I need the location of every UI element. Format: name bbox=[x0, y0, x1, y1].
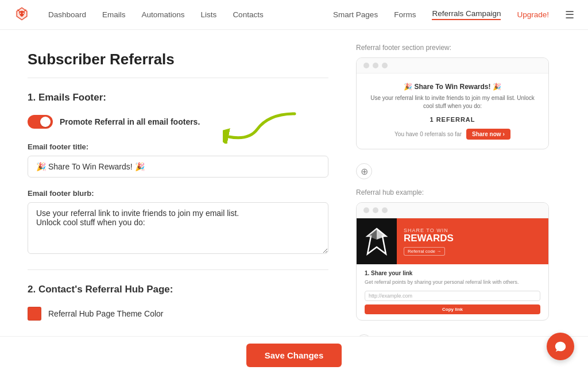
dot-3 bbox=[382, 63, 388, 68]
page-title: Subscriber Referrals bbox=[28, 51, 328, 68]
section-divider bbox=[28, 269, 328, 270]
arrow-indicator bbox=[223, 109, 297, 145]
section1-heading: 1. Emails Footer: bbox=[28, 92, 328, 103]
hub-dot-3 bbox=[382, 207, 388, 213]
hub-preview-body: SHARE TO WIN REWARDS Referral code → 1. … bbox=[357, 218, 548, 320]
hub-step-sub: Get referral points by sharing your pers… bbox=[365, 279, 540, 286]
nav-automations[interactable]: Automations bbox=[142, 10, 185, 19]
hub-step-title: 1. Share your link bbox=[365, 270, 540, 276]
hub-banner-logo bbox=[357, 218, 397, 264]
color-label: Referral Hub Page Theme Color bbox=[48, 309, 164, 318]
hub-banner-text: SHARE TO WIN REWARDS Referral code → bbox=[397, 218, 548, 264]
title-divider bbox=[28, 78, 328, 78]
nav-dashboard[interactable]: Dashboard bbox=[48, 10, 86, 19]
right-panel: Referral footer section preview: 🎉 Share… bbox=[356, 30, 563, 374]
nav-referrals-campaign[interactable]: Referrals Campaign bbox=[432, 9, 501, 20]
nav-smart-pages[interactable]: Smart Pages bbox=[333, 10, 378, 19]
footer-preview-body: 🎉 Share To Win Rewards! 🎉 Use your refer… bbox=[357, 74, 548, 149]
hub-card-body: 1. Share your link Get referral points b… bbox=[357, 264, 548, 320]
footer-blurb-textarea[interactable]: Use your referral link to invite friends… bbox=[28, 202, 328, 254]
toggle-label: Promote Referral in all email footers. bbox=[60, 117, 200, 126]
footer-title-input[interactable] bbox=[28, 156, 328, 178]
referral-row: You have 0 referrals so far Share now › bbox=[366, 129, 539, 140]
save-bar: Save Changes bbox=[0, 336, 588, 374]
color-swatch[interactable] bbox=[28, 307, 41, 321]
hub-preview-card: SHARE TO WIN REWARDS Referral code → 1. … bbox=[356, 202, 549, 321]
referral-text: You have 0 referrals so far bbox=[394, 131, 462, 137]
share-now-button[interactable]: Share now › bbox=[466, 129, 510, 140]
save-changes-button[interactable]: Save Changes bbox=[246, 344, 342, 367]
top-navigation: Dashboard Emails Automations Lists Conta… bbox=[0, 0, 588, 30]
chat-button[interactable] bbox=[547, 333, 574, 360]
hub-url-input[interactable]: http://example.com bbox=[365, 291, 540, 301]
toggle-row: Promote Referral in all email footers. bbox=[28, 115, 328, 129]
hub-card-titlebar bbox=[357, 203, 548, 218]
dot-2 bbox=[373, 63, 378, 68]
hub-url-placeholder: http://example.com bbox=[369, 293, 412, 299]
nav-lists[interactable]: Lists bbox=[201, 10, 217, 19]
preview-card-sub: Use your referral link to invite friends… bbox=[366, 94, 539, 110]
hub-line1: SHARE TO WIN bbox=[404, 228, 541, 233]
nav-upgrade[interactable]: Upgrade! bbox=[517, 10, 549, 19]
hub-banner: SHARE TO WIN REWARDS Referral code → bbox=[357, 218, 548, 264]
nav-forms[interactable]: Forms bbox=[394, 10, 416, 19]
footer-blurb-label: Email footer blurb: bbox=[28, 189, 328, 198]
footer-title-label: Email footer title: bbox=[28, 142, 328, 151]
referral-count: 1 REFERRAL bbox=[366, 116, 539, 123]
dot-1 bbox=[363, 63, 369, 68]
hamburger-menu-icon[interactable]: ☰ bbox=[565, 9, 574, 21]
nav-right-links: Smart Pages Forms Referrals Campaign Upg… bbox=[333, 9, 574, 21]
hub-example-label: Referral hub example: bbox=[356, 188, 549, 196]
nav-contacts[interactable]: Contacts bbox=[233, 10, 263, 19]
preview-card-title: 🎉 Share To Win Rewards! 🎉 bbox=[366, 83, 539, 91]
footer-blurb-group: Email footer blurb: Use your referral li… bbox=[28, 189, 328, 256]
hub-copy-button[interactable]: Copy link bbox=[365, 304, 540, 314]
footer-preview-label: Referral footer section preview: bbox=[356, 44, 549, 52]
svg-point-2 bbox=[20, 13, 21, 14]
section2-heading: 2. Contact's Referral Hub Page: bbox=[28, 284, 328, 295]
nav-emails[interactable]: Emails bbox=[102, 10, 126, 19]
hub-dot-1 bbox=[363, 207, 369, 213]
main-content: Subscriber Referrals 1. Emails Footer: P… bbox=[0, 30, 356, 374]
hub-line2: REWARDS bbox=[404, 233, 541, 243]
promote-referral-toggle[interactable] bbox=[28, 115, 53, 129]
logo bbox=[14, 6, 30, 24]
hub-dot-2 bbox=[373, 207, 378, 213]
zoom-icon: ⊕ bbox=[361, 166, 368, 177]
card-titlebar bbox=[357, 58, 548, 74]
footer-title-group: Email footer title: bbox=[28, 142, 328, 178]
color-row: Referral Hub Page Theme Color bbox=[28, 307, 328, 321]
svg-point-3 bbox=[23, 13, 24, 14]
hub-referral-code-btn[interactable]: Referral code → bbox=[404, 247, 445, 256]
footer-preview-card: 🎉 Share To Win Rewards! 🎉 Use your refer… bbox=[356, 57, 549, 149]
footer-zoom-button[interactable]: ⊕ bbox=[356, 163, 372, 179]
nav-left-links: Dashboard Emails Automations Lists Conta… bbox=[48, 10, 264, 19]
chat-icon bbox=[554, 340, 567, 353]
